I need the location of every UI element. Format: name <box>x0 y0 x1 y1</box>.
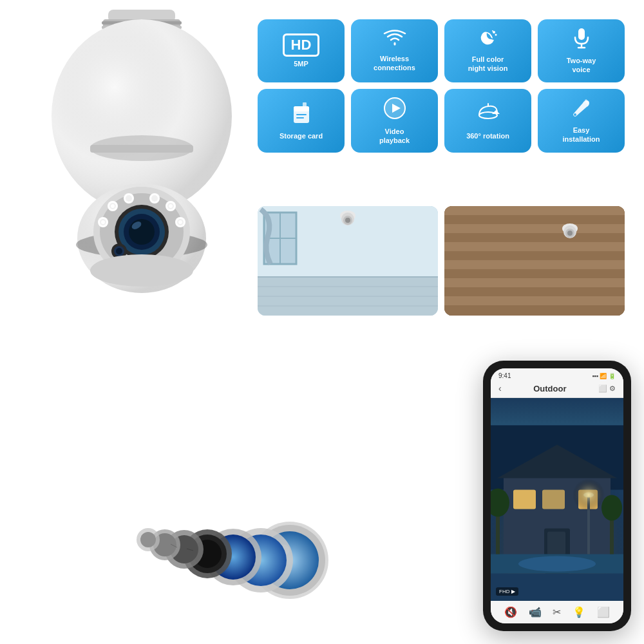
svg-point-80 <box>111 204 115 208</box>
phone-controls: 🔇 📹 ✂ 💡 ⬜ <box>491 601 623 623</box>
feature-wireless: Wirelessconnections <box>351 19 438 82</box>
storage-label: Storage card <box>279 131 323 140</box>
svg-rect-117 <box>542 490 565 509</box>
svg-point-78 <box>151 195 158 202</box>
view-icon[interactable]: ⬜ <box>597 606 610 618</box>
indoor-photo <box>258 206 438 316</box>
header-icons: ⬜ ⚙ <box>598 384 616 393</box>
svg-point-86 <box>129 219 155 245</box>
wifi-icon <box>383 29 406 50</box>
phone-mockup: 9:41 ▪▪▪ 📶 🔋 ‹ Outdoor ⬜ ⚙ <box>483 361 631 631</box>
camera-product-image <box>0 0 283 451</box>
svg-point-16 <box>574 113 576 116</box>
night-vision-label: Full colornight vision <box>468 55 508 73</box>
svg-rect-8 <box>303 102 307 109</box>
svg-point-2 <box>492 30 493 32</box>
svg-point-32 <box>345 218 350 223</box>
product-page: HD 5MP Wirelessconnections <box>0 0 644 644</box>
svg-point-126 <box>601 495 622 521</box>
feature-voice: Two-wayvoice <box>538 19 625 82</box>
svg-point-82 <box>169 204 173 208</box>
phone-status-bar: 9:41 ▪▪▪ 📶 🔋 <box>491 368 623 381</box>
svg-rect-7 <box>294 106 309 111</box>
svg-rect-42 <box>444 269 625 278</box>
svg-point-129 <box>573 479 605 511</box>
svg-rect-37 <box>444 224 625 233</box>
svg-point-50 <box>567 231 573 236</box>
use-case-photos <box>251 200 631 322</box>
svg-rect-36 <box>444 215 625 224</box>
phone-screen: 9:41 ▪▪▪ 📶 🔋 ‹ Outdoor ⬜ ⚙ <box>491 368 623 623</box>
back-icon[interactable]: ‹ <box>498 383 502 393</box>
feature-rotation: 360° rotation <box>444 89 531 153</box>
svg-rect-46 <box>444 305 625 316</box>
storage-icon <box>291 101 312 128</box>
phone-time: 9:41 <box>498 372 511 379</box>
svg-rect-10 <box>296 117 304 118</box>
svg-point-90 <box>116 248 122 254</box>
wrench-icon <box>571 98 592 122</box>
feature-night-vision: Full colornight vision <box>444 19 531 82</box>
phone-body: 9:41 ▪▪▪ 📶 🔋 ‹ Outdoor ⬜ ⚙ <box>483 361 631 631</box>
phone-notch <box>538 361 576 368</box>
svg-rect-38 <box>444 233 625 242</box>
install-label: Easyinstallation <box>562 126 600 144</box>
features-grid: HD 5MP Wirelessconnections <box>251 13 631 159</box>
mute-icon[interactable]: 🔇 <box>504 606 517 618</box>
svg-rect-43 <box>444 278 625 287</box>
svg-point-122 <box>518 556 596 572</box>
feature-playback: Videoplayback <box>351 89 438 153</box>
voice-label: Two-wayvoice <box>567 56 596 75</box>
record-icon[interactable]: 📹 <box>529 606 542 618</box>
hd-icon: HD <box>283 33 320 57</box>
light-icon[interactable]: 💡 <box>573 606 585 618</box>
svg-rect-116 <box>513 490 536 509</box>
svg-rect-41 <box>444 260 625 269</box>
rotation-label: 360° rotation <box>466 131 509 140</box>
camera-feed: FHD ▶ <box>491 398 623 601</box>
svg-rect-44 <box>444 287 625 296</box>
fhd-badge: FHD ▶ <box>496 587 518 596</box>
svg-rect-39 <box>444 242 625 251</box>
hd-label: 5MP <box>294 59 308 68</box>
phone-signal: ▪▪▪ 📶 🔋 <box>592 373 616 379</box>
svg-rect-125 <box>610 516 614 554</box>
svg-rect-9 <box>296 114 307 115</box>
svg-point-108 <box>140 532 156 547</box>
moon-icon <box>478 28 498 51</box>
svg-rect-60 <box>90 145 193 153</box>
phone-app-header: ‹ Outdoor ⬜ ⚙ <box>491 381 623 398</box>
svg-rect-40 <box>444 251 625 260</box>
feature-install: Easyinstallation <box>538 89 625 153</box>
playback-label: Videoplayback <box>379 127 410 146</box>
mic-icon <box>573 27 590 52</box>
svg-point-1 <box>495 34 497 36</box>
screenshot-icon[interactable]: ✂ <box>553 606 561 618</box>
svg-point-79 <box>101 220 105 224</box>
svg-rect-45 <box>444 296 625 305</box>
svg-rect-3 <box>578 28 585 40</box>
svg-point-91 <box>90 254 193 287</box>
lens-explosion <box>71 431 341 612</box>
outdoor-photo <box>444 206 625 316</box>
play-icon <box>383 97 406 123</box>
wireless-label: Wirelessconnections <box>374 54 415 73</box>
camera-title: Outdoor <box>533 384 566 393</box>
svg-rect-35 <box>444 206 625 215</box>
svg-point-72 <box>126 195 132 202</box>
rotation-icon <box>477 101 500 128</box>
svg-point-81 <box>178 220 182 224</box>
